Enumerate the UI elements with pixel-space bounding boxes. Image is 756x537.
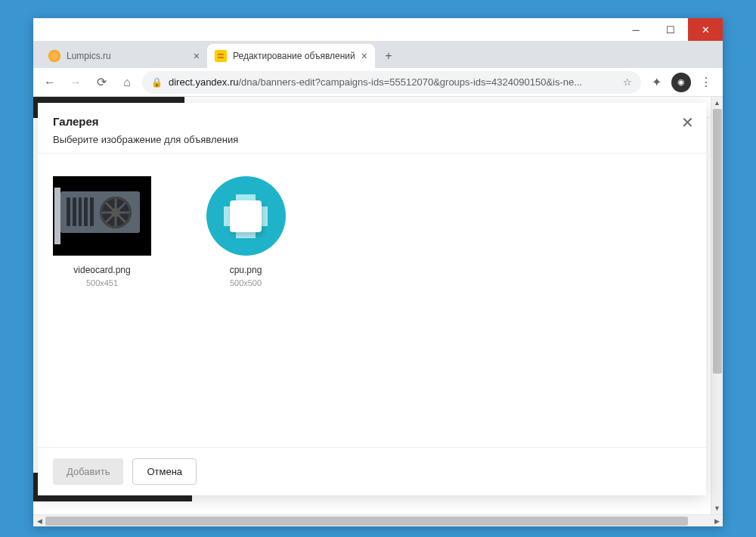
favicon-icon	[215, 50, 227, 62]
thumbnail-videocard	[53, 176, 151, 256]
gallery-item[interactable]: cpu.png 500x500	[197, 176, 295, 287]
file-name: cpu.png	[197, 265, 295, 275]
modal-header: Галерея Выберите изображение для объявле…	[38, 103, 706, 154]
scroll-thumb[interactable]	[713, 109, 722, 374]
svg-rect-1	[218, 57, 224, 58]
scroll-up-icon[interactable]: ▲	[711, 97, 723, 109]
profile-avatar[interactable]: ◉	[671, 73, 691, 92]
tab-title: Редактирование объявлений	[233, 51, 355, 61]
file-name: videocard.png	[53, 265, 151, 275]
file-dimensions: 500x500	[197, 278, 295, 287]
scroll-right-icon[interactable]: ▶	[711, 517, 723, 525]
add-button[interactable]: Добавить	[53, 458, 123, 485]
tab-title: Lumpics.ru	[67, 51, 187, 61]
browser-toolbar: ← → ⟳ ⌂ 🔒 direct.yandex.ru/dna/banners-e…	[33, 68, 723, 97]
extensions-button[interactable]: ✦	[646, 72, 667, 93]
back-button[interactable]: ←	[39, 72, 60, 93]
favicon-icon	[48, 50, 60, 62]
svg-rect-0	[218, 54, 224, 55]
file-dimensions: 500x451	[53, 278, 151, 287]
address-bar[interactable]: 🔒 direct.yandex.ru/dna/banners-edit?camp…	[142, 71, 641, 94]
page-content: ▲ ▼ 〈 Свернуть Галерея Выберите изображе…	[33, 97, 723, 514]
star-icon[interactable]: ☆	[623, 76, 632, 88]
scroll-down-icon[interactable]: ▼	[711, 502, 723, 514]
scroll-thumb-horizontal[interactable]	[45, 517, 688, 526]
window-close-button[interactable]: ✕	[688, 18, 723, 41]
browser-window: ─ ☐ ✕ Lumpics.ru × Редактирование объявл…	[33, 18, 723, 526]
new-tab-button[interactable]: +	[378, 45, 399, 67]
lock-icon: 🔒	[151, 77, 163, 88]
horizontal-scrollbar[interactable]: ◀ ▶	[33, 514, 723, 526]
modal-title: Галерея	[53, 115, 691, 128]
close-icon[interactable]: ×	[361, 50, 367, 62]
home-button[interactable]: ⌂	[116, 72, 138, 93]
window-titlebar: ─ ☐ ✕	[33, 18, 723, 41]
thumbnail-cpu	[197, 176, 295, 256]
vertical-scrollbar[interactable]: ▲ ▼	[711, 97, 723, 514]
modal-close-button[interactable]: ✕	[681, 113, 694, 132]
browser-tab[interactable]: Lumpics.ru ×	[41, 44, 207, 68]
window-minimize-button[interactable]: ─	[618, 18, 653, 41]
gallery-grid: videocard.png 500x451	[38, 154, 706, 447]
reload-button[interactable]: ⟳	[91, 72, 112, 93]
tab-strip: Lumpics.ru × Редактирование объявлений ×…	[33, 41, 723, 68]
cancel-button[interactable]: Отмена	[132, 458, 197, 485]
modal-subtitle: Выберите изображение для объявления	[53, 134, 691, 145]
gallery-item[interactable]: videocard.png 500x451	[53, 176, 151, 287]
scroll-left-icon[interactable]: ◀	[33, 517, 45, 525]
browser-tab-active[interactable]: Редактирование объявлений ×	[207, 44, 375, 68]
url-text: direct.yandex.ru/dna/banners-edit?campai…	[169, 76, 617, 88]
close-icon[interactable]: ×	[194, 50, 200, 62]
gallery-modal: Галерея Выберите изображение для объявле…	[38, 103, 706, 495]
forward-button[interactable]: →	[65, 72, 86, 93]
modal-footer: Добавить Отмена	[38, 447, 706, 495]
window-maximize-button[interactable]: ☐	[653, 18, 688, 41]
menu-button[interactable]: ⋮	[696, 72, 717, 93]
